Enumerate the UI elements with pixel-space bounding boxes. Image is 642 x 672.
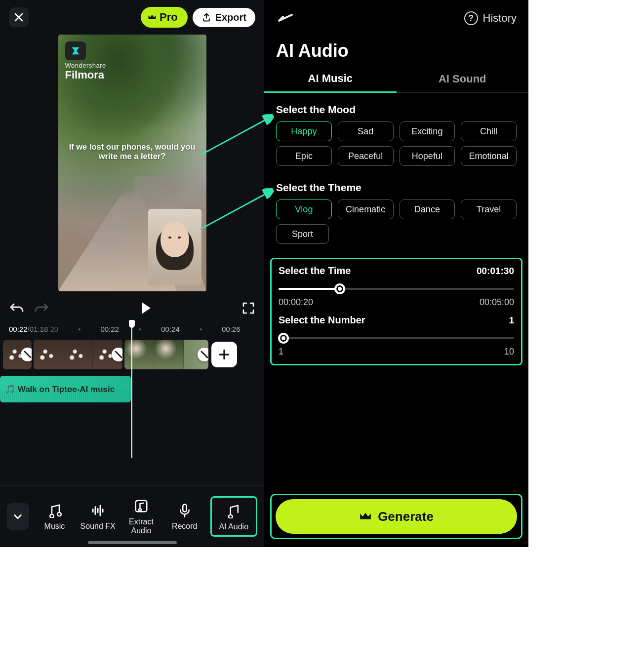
add-clip-button[interactable] — [211, 342, 237, 367]
mood-hopeful[interactable]: Hopeful — [400, 146, 455, 166]
mood-exciting[interactable]: Exciting — [400, 121, 455, 141]
mood-row-1: Happy Sad Exciting Chill — [264, 121, 528, 146]
back-icon — [276, 12, 294, 24]
ruler-tick: 00:22 — [100, 325, 119, 333]
export-button[interactable]: Export — [193, 8, 255, 27]
play-button[interactable] — [138, 300, 154, 316]
generate-button[interactable]: Generate — [276, 499, 517, 534]
tabs: AI Music AI Sound — [264, 65, 528, 93]
extract-audio-icon — [134, 498, 149, 514]
playhead[interactable] — [131, 320, 132, 458]
video-preview[interactable]: Wondershare Filmora If we lost our phone… — [58, 35, 206, 291]
pro-label: Pro — [160, 11, 178, 24]
video-preview-area: Wondershare Filmora If we lost our phone… — [0, 35, 264, 291]
tool-music[interactable]: Music — [37, 502, 73, 531]
tool-ai-audio[interactable]: AI Audio — [210, 496, 257, 537]
history-label: History — [483, 12, 517, 25]
tab-ai-sound[interactable]: AI Sound — [397, 65, 529, 93]
redo-button[interactable] — [34, 301, 49, 315]
number-slider-label: Select the Number — [279, 315, 365, 326]
mood-emotional[interactable]: Emotional — [461, 146, 517, 166]
video-clip[interactable] — [34, 340, 122, 369]
ruler-tick: 00:24 — [161, 325, 180, 333]
number-slider-value: 1 — [509, 315, 514, 326]
soundfx-icon — [90, 502, 105, 519]
pro-badge[interactable]: Pro — [141, 7, 188, 28]
panel-top-bar: ? History — [264, 0, 528, 37]
back-button[interactable] — [276, 12, 294, 25]
video-subtitle: If we lost our phones, would you write m… — [58, 142, 206, 161]
number-max: 10 — [504, 347, 514, 357]
time-min: 00:00:20 — [279, 297, 313, 308]
mood-peaceful[interactable]: Peaceful — [338, 146, 394, 166]
history-button[interactable]: ? History — [464, 11, 517, 25]
mood-happy[interactable]: Happy — [276, 121, 332, 141]
playback-controls — [0, 291, 264, 320]
clip-transition-handle[interactable] — [112, 348, 122, 361]
audio-clip[interactable]: 🎵 Walk on Tiptoe-AI music — [0, 376, 131, 402]
video-clip[interactable] — [3, 340, 32, 369]
theme-row-1: Vlog Cinematic Dance Travel — [264, 199, 528, 224]
time-primary: 00:22/01:18 20 — [9, 325, 58, 333]
time-slider-value: 00:01:30 — [477, 266, 514, 277]
ai-audio-panel: ? History AI Audio AI Music AI Sound Sel… — [264, 0, 528, 547]
tab-ai-music[interactable]: AI Music — [264, 65, 397, 93]
tool-soundfx[interactable]: Sound FX — [80, 502, 116, 531]
number-slider[interactable] — [279, 331, 514, 346]
theme-travel[interactable]: Travel — [461, 199, 517, 219]
generate-label: Generate — [378, 509, 434, 524]
theme-dance[interactable]: Dance — [400, 199, 455, 219]
crown-icon — [359, 512, 372, 521]
clip-transition-handle[interactable] — [198, 348, 208, 361]
theme-vlog[interactable]: Vlog — [276, 199, 332, 219]
history-controls — [9, 301, 49, 315]
chevron-down-icon — [12, 511, 23, 522]
time-max: 00:05:00 — [480, 297, 514, 308]
generate-highlight: Generate — [270, 494, 522, 539]
time-slider[interactable] — [279, 281, 514, 296]
video-clip[interactable] — [124, 340, 208, 369]
theme-row-2: Sport — [264, 224, 528, 249]
theme-label: Select the Theme — [264, 171, 528, 199]
ai-audio-icon — [226, 503, 241, 519]
help-icon: ? — [464, 11, 478, 25]
time-slider-label: Select the Time — [279, 265, 351, 277]
export-label: Export — [215, 12, 246, 23]
plus-icon — [218, 348, 231, 361]
mood-row-2: Epic Peaceful Hopeful Emotional — [264, 146, 528, 171]
mood-chill[interactable]: Chill — [461, 121, 517, 141]
filmora-logo-icon — [65, 41, 86, 60]
microphone-icon — [177, 502, 192, 519]
theme-cinematic[interactable]: Cinematic — [338, 199, 394, 219]
upload-icon — [201, 12, 211, 22]
sliders-box: Select the Time 00:01:30 00:00:20 00:05:… — [270, 258, 522, 365]
panel-title: AI Audio — [264, 37, 528, 65]
theme-sport[interactable]: Sport — [276, 224, 329, 244]
editor-pane: Pro Export Wondershare Filmora — [0, 0, 264, 547]
mood-sad[interactable]: Sad — [338, 121, 394, 141]
ruler-tick: 00:26 — [222, 325, 241, 333]
tool-record[interactable]: Record — [167, 502, 202, 531]
tool-extract-audio[interactable]: Extract Audio — [123, 498, 159, 535]
app-root: Pro Export Wondershare Filmora — [0, 0, 528, 547]
bottom-toolbar: Music Sound FX Extract Audio Record AI A… — [0, 485, 264, 547]
music-icon — [47, 502, 62, 519]
crown-icon — [148, 14, 157, 21]
close-button[interactable] — [9, 7, 29, 27]
undo-button[interactable] — [9, 301, 25, 315]
editor-top-bar: Pro Export — [0, 0, 264, 35]
fullscreen-button[interactable] — [241, 301, 255, 315]
mood-epic[interactable]: Epic — [276, 146, 332, 166]
collapse-toolbar-button[interactable] — [7, 503, 29, 530]
number-min: 1 — [279, 347, 283, 357]
watermark: Wondershare Filmora — [65, 41, 106, 81]
home-indicator — [88, 541, 177, 544]
mood-label: Select the Mood — [264, 93, 528, 121]
svg-rect-1 — [183, 505, 187, 512]
picture-in-picture[interactable] — [148, 209, 201, 285]
clip-transition-handle[interactable] — [21, 348, 32, 361]
